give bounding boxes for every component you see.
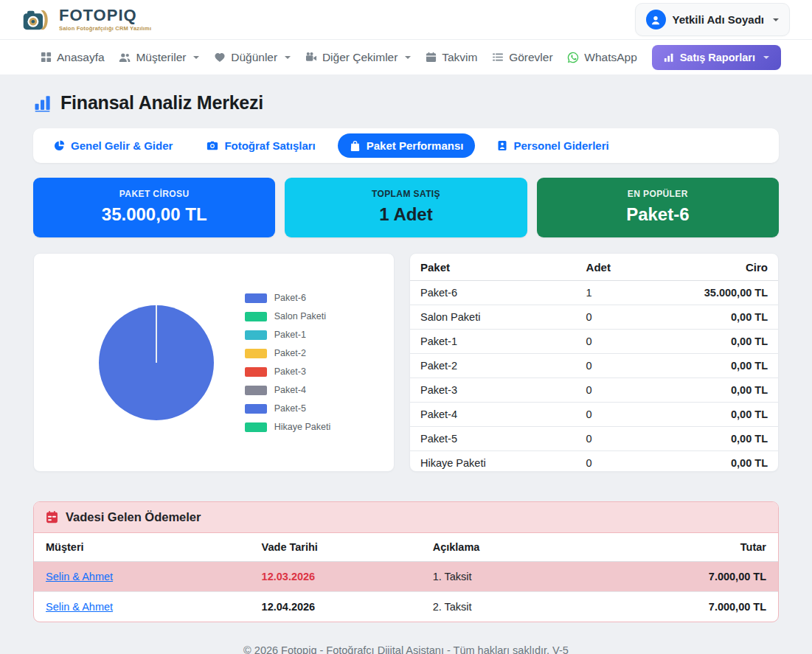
legend-label: Paket-1 — [274, 330, 306, 340]
col-vade-tarihi: Vade Tarihi — [250, 533, 421, 562]
legend-item[interactable]: Paket-3 — [245, 366, 330, 377]
tab-label: Genel Gelir & Gider — [71, 139, 173, 152]
nav-label: Diğer Çekimler — [322, 51, 398, 64]
legend-label: Salon Paketi — [274, 311, 326, 321]
nav-item-takvim[interactable]: Takvim — [426, 51, 477, 64]
customer-link[interactable]: Selin & Ahmet — [46, 571, 113, 582]
user-avatar-icon — [646, 10, 666, 29]
legend-swatch — [245, 367, 267, 377]
nav-label: Müşteriler — [136, 51, 186, 64]
stat-card-en-populer: EN POPÜLER Paket-6 — [537, 178, 779, 237]
table-row: Paket-4 0 0,00 TL — [410, 403, 778, 427]
nav-item-anasayfa[interactable]: Anasayfa — [41, 51, 105, 64]
sales-reports-button[interactable]: Satış Raporları — [652, 45, 781, 70]
sales-reports-label: Satış Raporları — [680, 52, 755, 63]
tab-fotograf-satislari[interactable]: Fotoğraf Satışları — [195, 133, 327, 158]
due-date: 12.04.2026 — [250, 592, 421, 622]
col-paket: Paket — [410, 254, 576, 281]
tab-personel-giderleri[interactable]: Personel Giderleri — [485, 133, 620, 158]
brand-tagline: Salon Fotoğrafçılığı CRM Yazılımı — [59, 26, 151, 32]
report-tabs: Genel Gelir & Gider Fotoğraf Satışları P… — [33, 128, 779, 163]
tab-label: Paket Performansı — [367, 139, 464, 152]
table-row: Paket-3 0 0,00 TL — [410, 378, 778, 403]
nav-item-diger-cekimler[interactable]: Diğer Çekimler — [305, 51, 412, 64]
user-name: Yetkili Adı Soyadı — [673, 13, 764, 26]
chevron-down-icon — [763, 56, 769, 59]
bar-chart-icon — [664, 52, 674, 63]
brand-logo[interactable]: FOTOPIQ Salon Fotoğrafçılığı CRM Yazılım… — [22, 7, 151, 33]
payment-description: 2. Taksit — [421, 592, 659, 622]
nav-label: Görevler — [509, 51, 552, 64]
package-table: Paket Adet Ciro Paket-6 1 35.000,00 TL S… — [410, 254, 778, 472]
customer-link[interactable]: Selin & Ahmet — [46, 601, 113, 613]
table-row: Hikaye Paketi 0 0,00 TL — [410, 451, 778, 473]
package-table-card: Paket Adet Ciro Paket-6 1 35.000,00 TL S… — [409, 253, 779, 472]
payments-due-header: Vadesi Gelen Ödemeler — [34, 502, 778, 533]
pie-legend: Paket-6Salon PaketiPaket-1Paket-2Paket-3… — [245, 293, 330, 432]
nav-item-dugunler[interactable]: Düğünler — [214, 51, 291, 64]
col-adet: Adet — [576, 254, 672, 281]
due-date: 12.03.2026 — [250, 562, 421, 592]
video-camera-icon — [305, 52, 317, 63]
calendar-icon — [426, 52, 437, 63]
legend-item[interactable]: Salon Paketi — [245, 311, 330, 321]
camera-icon — [207, 140, 218, 151]
legend-swatch — [245, 293, 267, 303]
main-content: Finansal Analiz Merkezi Genel Gelir & Gi… — [0, 74, 812, 654]
legend-item[interactable]: Hikaye Paketi — [245, 422, 330, 432]
grid-icon — [41, 52, 52, 63]
tab-genel-gelir-gider[interactable]: Genel Gelir & Gider — [42, 133, 184, 158]
nav-item-musteriler[interactable]: Müşteriler — [119, 51, 199, 64]
legend-swatch — [245, 312, 267, 321]
nav-label: WhatsApp — [584, 51, 637, 64]
table-row: Paket-5 0 0,00 TL — [410, 427, 778, 451]
chevron-down-icon — [405, 56, 411, 59]
col-ciro: Ciro — [671, 254, 778, 281]
calendar-red-icon — [46, 511, 58, 523]
package-pie-card: Paket-6Salon PaketiPaket-1Paket-2Paket-3… — [33, 253, 395, 472]
nav-label: Anasayfa — [57, 51, 105, 64]
stat-cards: PAKET CİROSU 35.000,00 TL TOPLAM SATIŞ 1… — [33, 178, 779, 237]
legend-item[interactable]: Paket-6 — [245, 293, 330, 303]
task-list-icon — [492, 52, 504, 63]
main-navigation: Anasayfa Müşteriler Düğünler — [0, 39, 812, 74]
top-bar: FOTOPIQ Salon Fotoğrafçılığı CRM Yazılım… — [0, 0, 812, 39]
stat-value: 1 Adet — [292, 204, 519, 225]
nav-label: Takvim — [442, 51, 477, 64]
pie-chart-icon — [54, 140, 65, 151]
table-row: Paket-2 0 0,00 TL — [410, 354, 778, 378]
stat-label: TOPLAM SATIŞ — [292, 189, 519, 199]
legend-item[interactable]: Paket-4 — [245, 385, 330, 395]
chevron-down-icon — [773, 18, 779, 21]
package-pie-chart — [97, 304, 215, 422]
stat-value: 35.000,00 TL — [41, 204, 268, 225]
legend-swatch — [245, 330, 267, 340]
legend-swatch — [245, 422, 267, 432]
payments-due-title: Vadesi Gelen Ödemeler — [66, 510, 201, 524]
payments-due-card: Vadesi Gelen Ödemeler Müşteri Vade Tarih… — [33, 501, 779, 622]
nav-label: Düğünler — [231, 51, 277, 64]
heart-icon — [214, 52, 226, 63]
tab-label: Fotoğraf Satışları — [224, 139, 315, 152]
legend-label: Paket-6 — [274, 293, 306, 303]
person-badge-icon — [497, 140, 507, 151]
page-title: Finansal Analiz Merkezi — [33, 92, 779, 114]
tab-paket-performansi[interactable]: Paket Performansı — [338, 133, 476, 158]
col-tutar: Tutar — [659, 533, 778, 562]
legend-label: Paket-4 — [274, 385, 306, 395]
payments-table: Müşteri Vade Tarihi Açıklama Tutar Selin… — [34, 533, 778, 622]
user-menu-button[interactable]: Yetkili Adı Soyadı — [635, 3, 790, 36]
page-title-text: Finansal Analiz Merkezi — [60, 92, 263, 114]
stat-value: Paket-6 — [544, 204, 771, 225]
stat-card-paket-cirosu: PAKET CİROSU 35.000,00 TL — [33, 178, 275, 237]
legend-swatch — [245, 386, 267, 395]
legend-item[interactable]: Paket-5 — [245, 403, 330, 414]
charts-row: Paket-6Salon PaketiPaket-1Paket-2Paket-3… — [33, 253, 779, 472]
nav-item-gorevler[interactable]: Görevler — [492, 51, 552, 64]
payment-row-overdue: Selin & Ahmet 12.03.2026 1. Taksit 7.000… — [34, 562, 778, 592]
nav-item-whatsapp[interactable]: WhatsApp — [567, 51, 637, 64]
legend-item[interactable]: Paket-2 — [245, 348, 330, 358]
table-row: Paket-6 1 35.000,00 TL — [410, 281, 778, 305]
legend-item[interactable]: Paket-1 — [245, 330, 330, 340]
table-header-row: Müşteri Vade Tarihi Açıklama Tutar — [34, 533, 778, 562]
